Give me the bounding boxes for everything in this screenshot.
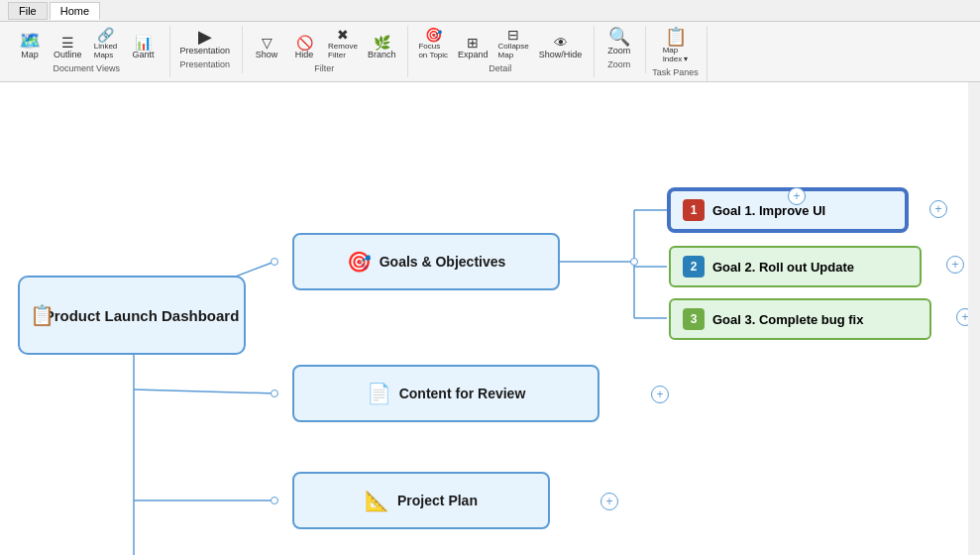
goal-2-badge: 2	[683, 256, 705, 278]
document-views-label: Document Views	[54, 63, 120, 73]
filter-buttons: ▽ Show 🚫 Hide ✖ RemoveFilter 🌿 Branch	[249, 26, 399, 61]
map-index-button[interactable]: 📋 MapIndex ▾	[658, 26, 694, 65]
detail-label: Detail	[489, 63, 511, 73]
task-panes-buttons: 📋 MapIndex ▾	[658, 26, 694, 65]
root-icon: 📋	[30, 303, 54, 327]
map-button[interactable]: 🗺️ Map	[12, 30, 48, 61]
goal-1-label: Goal 1. Improve UI	[712, 203, 825, 218]
file-tab[interactable]: File	[8, 2, 48, 20]
goals-node[interactable]: 🎯 Goals & Objectives	[292, 233, 560, 290]
project-icon: 📐	[365, 489, 389, 512]
expand-button[interactable]: ⊞ Expand	[454, 34, 492, 61]
goal-1-badge: 1	[683, 199, 705, 221]
focus-button[interactable]: 🎯 Focuson Topic	[414, 26, 452, 61]
goal-3-label: Goal 3. Complete bug fix	[712, 312, 863, 327]
ribbon-group-zoom: 🔍 Zoom Zoom	[597, 26, 646, 73]
outline-icon: ☰	[61, 36, 74, 50]
ribbon-group-filter: ▽ Show 🚫 Hide ✖ RemoveFilter 🌿 Branch Fi…	[245, 26, 408, 77]
zoom-buttons: 🔍 Zoom	[601, 26, 637, 57]
gantt-icon: 📊	[135, 36, 152, 50]
show-hide-icon: 👁	[554, 36, 568, 50]
goal-2-node[interactable]: 2 Goal 2. Roll out Update	[669, 246, 922, 287]
presentation-label: Presentation	[180, 59, 231, 69]
dot-goals-right[interactable]	[630, 258, 638, 266]
project-label: Project Plan	[397, 493, 478, 508]
ribbon-group-document-views: 🗺️ Map ☰ Outline 🔗 LinkedMaps 📊 Gantt Do…	[8, 26, 170, 77]
root-node[interactable]: 📋 Product Launch Dashboard	[18, 276, 246, 355]
gantt-button[interactable]: 📊 Gantt	[126, 34, 162, 61]
collapse-map-icon: ⊟	[507, 28, 519, 42]
content-icon: 📄	[367, 382, 391, 405]
dot-goals-left[interactable]	[271, 258, 278, 266]
ribbon-row: 🗺️ Map ☰ Outline 🔗 LinkedMaps 📊 Gantt Do…	[8, 26, 972, 81]
canvas: 📋 Product Launch Dashboard 🎯 Goals & Obj…	[0, 82, 980, 555]
content-node[interactable]: 📄 Content for Review	[292, 365, 599, 422]
project-node[interactable]: 📐 Project Plan	[292, 472, 550, 529]
branch-icon: 🌿	[374, 36, 390, 50]
remove-filter-button[interactable]: ✖ RemoveFilter	[324, 26, 362, 61]
presentation-buttons: ▶ Presentation	[176, 26, 235, 57]
ribbon-group-task-panes: 📋 MapIndex ▾ Task Panes	[648, 26, 708, 81]
scrollbar[interactable]	[968, 82, 980, 555]
show-icon: ▽	[262, 36, 272, 50]
expand-icon: ⊞	[467, 36, 479, 50]
dot-content-left[interactable]	[271, 389, 278, 397]
goal-3-node[interactable]: 3 Goal 3. Complete bug fix	[669, 298, 931, 340]
focus-icon: 🎯	[425, 28, 442, 42]
goal-3-badge: 3	[683, 308, 705, 330]
title-tabs: File Home	[8, 2, 100, 20]
outline-button[interactable]: ☰ Outline	[50, 34, 86, 61]
linked-maps-icon: 🔗	[97, 28, 114, 42]
map-icon: 🗺️	[19, 32, 41, 50]
hide-icon: 🚫	[296, 36, 313, 50]
presentation-icon: ▶	[198, 28, 212, 46]
document-views-buttons: 🗺️ Map ☰ Outline 🔗 LinkedMaps 📊 Gantt	[12, 26, 162, 61]
goals-label: Goals & Objectives	[380, 254, 506, 270]
remove-filter-icon: ✖	[337, 28, 349, 42]
plus-content[interactable]: +	[651, 386, 669, 403]
show-button[interactable]: ▽ Show	[249, 34, 284, 61]
show-hide-button[interactable]: 👁 Show/Hide	[535, 34, 587, 61]
plus-goal-top[interactable]: +	[788, 187, 806, 205]
linked-maps-button[interactable]: 🔗 LinkedMaps	[88, 26, 124, 61]
zoom-button[interactable]: 🔍 Zoom	[601, 26, 637, 57]
zoom-icon: 🔍	[608, 28, 630, 46]
ribbon: 🗺️ Map ☰ Outline 🔗 LinkedMaps 📊 Gantt Do…	[0, 22, 980, 82]
collapse-map-button[interactable]: ⊟ CollapseMap	[494, 26, 533, 61]
task-panes-label: Task Panes	[652, 67, 699, 77]
plus-project[interactable]: +	[600, 493, 618, 510]
detail-buttons: 🎯 Focuson Topic ⊞ Expand ⊟ CollapseMap 👁…	[414, 26, 586, 61]
dot-project-left[interactable]	[271, 497, 278, 504]
ribbon-group-detail: 🎯 Focuson Topic ⊞ Expand ⊟ CollapseMap 👁…	[410, 26, 595, 77]
svg-line-2	[134, 389, 274, 393]
plus-goal2-right[interactable]: +	[946, 256, 964, 274]
map-index-icon: 📋	[665, 28, 687, 46]
zoom-label: Zoom	[607, 59, 630, 69]
title-bar: File Home	[0, 0, 980, 22]
filter-label: Filter	[314, 63, 334, 73]
plus-goal1-right[interactable]: +	[929, 200, 947, 218]
branch-button[interactable]: 🌿 Branch	[364, 34, 400, 61]
presentation-button[interactable]: ▶ Presentation	[176, 26, 235, 57]
goal-2-label: Goal 2. Roll out Update	[712, 260, 854, 275]
ribbon-group-presentation: ▶ Presentation Presentation	[172, 26, 244, 73]
hide-button[interactable]: 🚫 Hide	[286, 34, 322, 61]
goals-icon: 🎯	[347, 250, 372, 274]
root-label: Product Launch Dashboard	[25, 307, 240, 324]
content-label: Content for Review	[399, 386, 526, 401]
home-tab[interactable]: Home	[50, 2, 100, 20]
